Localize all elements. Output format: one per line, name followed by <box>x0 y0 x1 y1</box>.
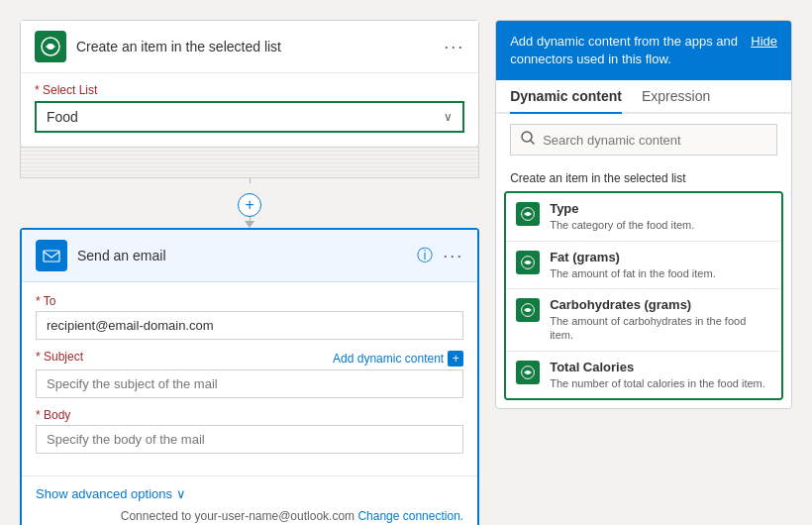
search-icon <box>521 131 535 149</box>
select-list-label: * Select List <box>35 83 464 97</box>
item-content-fat: Fat (grams) The amount of fat in the foo… <box>550 250 771 280</box>
add-step-button[interactable]: + <box>238 193 261 217</box>
item-content-carbs: Carbohydrates (grams) The amount of carb… <box>550 297 771 343</box>
dynamic-item-calories[interactable]: Total Calories The number of total calor… <box>506 352 781 398</box>
search-input[interactable] <box>543 133 766 148</box>
to-label: * To <box>36 294 463 308</box>
select-list-value: Food <box>47 109 78 125</box>
hide-button[interactable]: Hide <box>751 33 777 51</box>
select-list-dropdown[interactable]: Food ∨ <box>35 101 464 133</box>
add-dynamic-label: Add dynamic content <box>333 352 444 366</box>
sharepoint-icon <box>35 31 66 62</box>
svg-line-4 <box>531 141 534 144</box>
plus-icon: + <box>448 351 463 367</box>
item-title-carbs: Carbohydrates (grams) <box>550 297 771 312</box>
subject-label: * Subject <box>36 350 83 364</box>
create-card-body: * Select List Food ∨ <box>21 73 478 147</box>
item-title-fat: Fat (grams) <box>550 250 771 264</box>
show-advanced-button[interactable]: Show advanced options ∨ <box>36 486 186 501</box>
connector-wrapper: + <box>20 178 479 228</box>
collapsed-section <box>20 147 479 178</box>
create-card-title: Create an item in the selected list <box>76 39 444 54</box>
show-advanced-label: Show advanced options <box>36 486 172 501</box>
change-connection-link[interactable]: Change connection. <box>357 509 463 523</box>
left-panel: Create an item in the selected list ··· … <box>20 20 479 525</box>
tab-dynamic-content[interactable]: Dynamic content <box>510 80 622 114</box>
create-item-card: Create an item in the selected list ··· … <box>20 20 479 148</box>
item-icon-fat <box>516 251 540 274</box>
email-card-footer: Show advanced options ∨ Connected to you… <box>22 475 477 525</box>
dynamic-content-header: Add dynamic content from the apps and co… <box>496 21 791 80</box>
to-input[interactable] <box>36 311 463 340</box>
svg-point-12 <box>526 370 530 374</box>
send-email-card: Send an email ⓘ ··· * To * Subject Add d… <box>20 228 479 525</box>
arrow-down-icon <box>245 221 254 228</box>
email-card-header: Send an email ⓘ ··· <box>22 230 477 282</box>
body-field: * Body <box>36 408 463 454</box>
body-input[interactable] <box>36 425 463 454</box>
chevron-icon: ∨ <box>176 486 186 501</box>
tabs-row: Dynamic content Expression <box>496 80 791 114</box>
item-title-calories: Total Calories <box>550 360 771 374</box>
svg-point-8 <box>526 261 530 264</box>
item-icon-carbs <box>516 298 540 322</box>
tab-expression[interactable]: Expression <box>642 80 710 114</box>
body-label: * Body <box>36 408 463 422</box>
email-card-title: Send an email <box>77 248 417 263</box>
add-dynamic-content-button[interactable]: Add dynamic content + <box>333 351 463 367</box>
info-icon[interactable]: ⓘ <box>417 246 433 266</box>
item-desc-type: The category of the food item. <box>550 218 771 232</box>
subject-row: * Subject Add dynamic content + <box>36 350 463 367</box>
more-options-button[interactable]: ··· <box>444 37 464 57</box>
svg-point-10 <box>526 308 530 312</box>
dynamic-item-carbs[interactable]: Carbohydrates (grams) The amount of carb… <box>506 289 781 352</box>
connected-text: Connected to your-user-name@outlook.com … <box>121 509 463 523</box>
email-more-options-button[interactable]: ··· <box>443 246 463 266</box>
chevron-down-icon: ∨ <box>444 110 453 124</box>
collapsed-lines <box>21 148 478 177</box>
create-card-header: Create an item in the selected list ··· <box>21 21 478 73</box>
item-title-type: Type <box>550 201 771 216</box>
dynamic-header-text: Add dynamic content from the apps and co… <box>510 33 741 68</box>
email-card-body: * To * Subject Add dynamic content + * B… <box>22 282 477 475</box>
email-icon <box>36 240 67 271</box>
svg-point-1 <box>48 44 53 50</box>
dynamic-item-fat[interactable]: Fat (grams) The amount of fat in the foo… <box>506 242 781 289</box>
dynamic-items-list: Type The category of the food item. Fat … <box>504 191 783 399</box>
svg-point-6 <box>526 212 530 216</box>
search-box <box>510 124 777 156</box>
subject-field: * Subject Add dynamic content + <box>36 350 463 398</box>
to-field: * To <box>36 294 463 340</box>
right-panel: Add dynamic content from the apps and co… <box>495 20 792 409</box>
svg-rect-2 <box>44 251 59 262</box>
subject-input[interactable] <box>36 369 463 398</box>
section-title: Create an item in the selected list <box>496 165 791 191</box>
dynamic-item-type[interactable]: Type The category of the food item. <box>506 193 781 241</box>
item-desc-fat: The amount of fat in the food item. <box>550 266 771 280</box>
item-icon-calories <box>516 361 540 384</box>
connector-line-top <box>250 178 251 183</box>
item-desc-calories: The number of total calories in the food… <box>550 376 771 390</box>
item-desc-carbs: The amount of carbohydrates in the food … <box>550 314 771 343</box>
item-content-calories: Total Calories The number of total calor… <box>550 360 771 390</box>
item-content-type: Type The category of the food item. <box>550 201 771 232</box>
item-icon-type <box>516 202 540 226</box>
